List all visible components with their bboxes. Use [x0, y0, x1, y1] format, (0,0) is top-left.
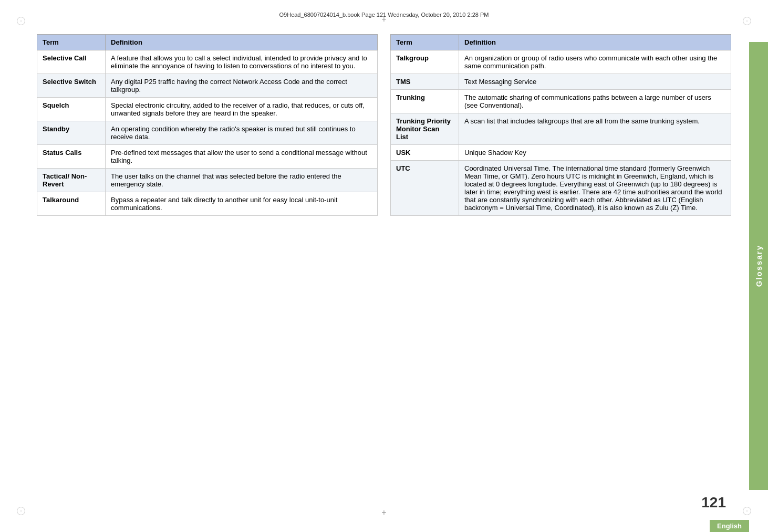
table-row: UTCCoordinated Universal Time. The inter…	[391, 161, 731, 216]
table-row: StandbyAn operating condition whereby th…	[37, 121, 378, 145]
definition-cell: A feature that allows you to call a sele…	[106, 50, 378, 74]
definition-cell: A scan list that includes talkgroups tha…	[459, 113, 731, 145]
reg-mark-tl	[16, 16, 26, 26]
english-label: English	[710, 520, 749, 532]
right-table: Term Definition TalkgroupAn organization…	[390, 34, 731, 216]
right-col-term: Term	[391, 35, 459, 50]
term-cell: Tactical/ Non-Revert	[37, 169, 106, 192]
glossary-label: Glossary	[754, 245, 763, 287]
definition-cell: Coordinated Universal Time. The internat…	[459, 161, 731, 216]
definition-cell: The user talks on the channel that was s…	[106, 169, 378, 192]
term-cell: Selective Switch	[37, 74, 106, 98]
term-cell: Trunking Priority Monitor Scan List	[391, 113, 459, 145]
term-cell: Standby	[37, 121, 106, 145]
definition-cell: Bypass a repeater and talk directly to a…	[106, 192, 378, 216]
left-col-definition: Definition	[106, 35, 378, 50]
left-table: Term Definition Selective CallA feature …	[37, 34, 378, 216]
reg-mark-tr	[742, 16, 752, 26]
table-row: TalkaroundBypass a repeater and talk dir…	[37, 192, 378, 216]
definition-cell: An operating condition whereby the radio…	[106, 121, 378, 145]
table-row: TalkgroupAn organization or group of rad…	[391, 50, 731, 74]
plus-mark-bm: +	[381, 508, 386, 517]
table-row: SquelchSpecial electronic circuitry, add…	[37, 98, 378, 121]
table-row: Status CallsPre-defined text messages th…	[37, 145, 378, 169]
term-cell: Talkaround	[37, 192, 106, 216]
term-cell: Status Calls	[37, 145, 106, 169]
left-table-section: Term Definition Selective CallA feature …	[37, 34, 378, 498]
definition-cell: Special electronic circuitry, added to t…	[106, 98, 378, 121]
definition-cell: Text Messaging Service	[459, 74, 731, 90]
header-text: O9Head_68007024014_b.book Page 121 Wedne…	[279, 12, 489, 18]
term-cell: TMS	[391, 74, 459, 90]
right-table-section: Term Definition TalkgroupAn organization…	[390, 34, 731, 498]
definition-cell: An organization or group of radio users …	[459, 50, 731, 74]
content-area: Term Definition Selective CallA feature …	[37, 34, 731, 498]
definition-cell: Pre-defined text messages that allow the…	[106, 145, 378, 169]
table-row: USKUnique Shadow Key	[391, 145, 731, 161]
table-row: Trunking Priority Monitor Scan ListA sca…	[391, 113, 731, 145]
right-col-definition: Definition	[459, 35, 731, 50]
term-cell: UTC	[391, 161, 459, 216]
term-cell: Trunking	[391, 90, 459, 113]
term-cell: USK	[391, 145, 459, 161]
page-header: O9Head_68007024014_b.book Page 121 Wedne…	[32, 12, 736, 18]
term-cell: Selective Call	[37, 50, 106, 74]
table-row: Tactical/ Non-RevertThe user talks on th…	[37, 169, 378, 192]
definition-cell: The automatic sharing of communications …	[459, 90, 731, 113]
definition-cell: Unique Shadow Key	[459, 145, 731, 161]
definition-cell: Any digital P25 traffic having the corre…	[106, 74, 378, 98]
table-row: Selective CallA feature that allows you …	[37, 50, 378, 74]
glossary-sidebar: Glossary	[749, 42, 768, 490]
table-row: TrunkingThe automatic sharing of communi…	[391, 90, 731, 113]
term-cell: Talkgroup	[391, 50, 459, 74]
left-col-term: Term	[37, 35, 106, 50]
reg-mark-br	[742, 506, 752, 516]
reg-mark-bl	[16, 506, 26, 516]
table-row: TMSText Messaging Service	[391, 74, 731, 90]
page-number: 121	[701, 494, 726, 511]
table-row: Selective SwitchAny digital P25 traffic …	[37, 74, 378, 98]
term-cell: Squelch	[37, 98, 106, 121]
